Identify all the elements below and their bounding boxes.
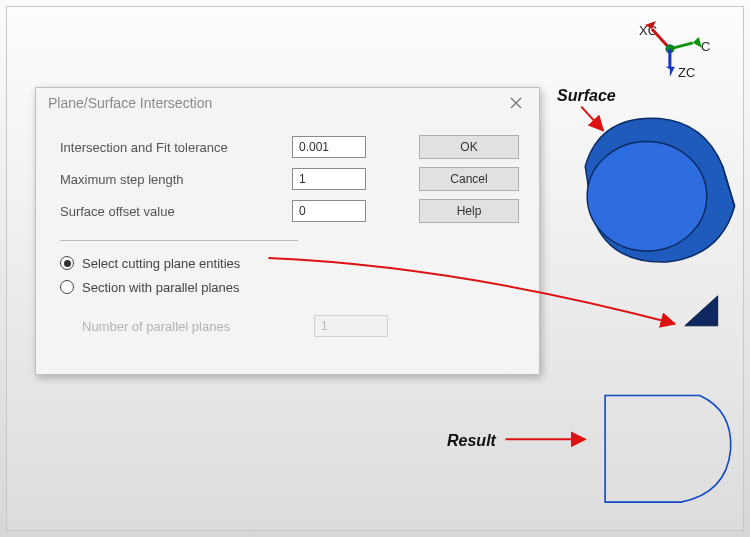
- axis-z-label: ZC: [678, 65, 695, 80]
- result-curve: [605, 396, 731, 503]
- dialog-title: Plane/Surface Intersection: [48, 95, 501, 111]
- svg-point-4: [666, 45, 674, 53]
- tolerance-input[interactable]: [292, 136, 366, 158]
- num-planes-input: [314, 315, 388, 337]
- num-planes-label: Number of parallel planes: [82, 319, 302, 334]
- step-input[interactable]: [292, 168, 366, 190]
- svg-line-2: [670, 43, 693, 49]
- dialog-titlebar[interactable]: Plane/Surface Intersection: [36, 88, 539, 118]
- radio-icon: [60, 280, 74, 294]
- annotation-result: Result: [447, 432, 496, 450]
- separator: [60, 240, 298, 241]
- dialog-plane-surface-intersection: Plane/Surface Intersection Intersection …: [35, 87, 540, 375]
- dialog-body: Intersection and Fit tolerance OK Maximu…: [36, 118, 539, 355]
- ok-button[interactable]: OK: [419, 135, 519, 159]
- arrow-surface: [581, 107, 603, 131]
- row-step: Maximum step length Cancel: [60, 164, 519, 194]
- close-icon[interactable]: [501, 92, 531, 114]
- tolerance-label: Intersection and Fit tolerance: [60, 140, 280, 155]
- radio-label: Section with parallel planes: [82, 280, 240, 295]
- offset-input[interactable]: [292, 200, 366, 222]
- row-tolerance: Intersection and Fit tolerance OK: [60, 132, 519, 162]
- step-label: Maximum step length: [60, 172, 280, 187]
- radio-icon: [60, 256, 74, 270]
- row-offset: Surface offset value Help: [60, 196, 519, 226]
- row-num-planes: Number of parallel planes: [60, 311, 519, 341]
- svg-marker-6: [665, 67, 675, 77]
- help-button[interactable]: Help: [419, 199, 519, 223]
- annotation-surface: Surface: [557, 87, 616, 105]
- radio-section-parallel[interactable]: Section with parallel planes: [60, 275, 519, 299]
- viewport[interactable]: XC C ZC Surface Result Plane/Surface Int…: [6, 6, 744, 531]
- radio-select-cutting[interactable]: Select cutting plane entities: [60, 251, 519, 275]
- radio-label: Select cutting plane entities: [82, 256, 240, 271]
- cancel-button[interactable]: Cancel: [419, 167, 519, 191]
- svg-point-7: [587, 141, 707, 251]
- surface-solid: [585, 118, 734, 262]
- offset-label: Surface offset value: [60, 204, 280, 219]
- axis-y-label: C: [701, 39, 710, 54]
- cutting-plane-icon: [685, 296, 718, 326]
- axis-x-label: XC: [639, 23, 657, 38]
